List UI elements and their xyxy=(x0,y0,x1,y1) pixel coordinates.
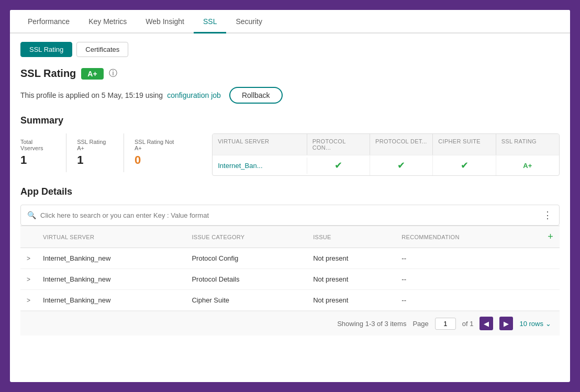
summary-stats: Total Vservers 1 SSL Rating A+ 1 SSL Rat… xyxy=(20,133,202,172)
table-row-0: > Internet_Banking_new Protocol Config N… xyxy=(20,248,560,269)
mini-th-vs: VIRTUAL SERVER xyxy=(213,134,307,155)
mini-td-cs-0: ✔ xyxy=(433,155,496,175)
next-page-button[interactable]: ▶ xyxy=(499,317,513,330)
search-icon: 🔍 xyxy=(27,211,36,219)
th-recommendation: RECOMMENDATION xyxy=(395,226,526,248)
summary-layout: Total Vservers 1 SSL Rating A+ 1 SSL Rat… xyxy=(20,133,560,176)
summary-mini-table: VIRTUAL SERVER PROTOCOL CON... PROTOCOL … xyxy=(212,133,560,176)
prev-page-button[interactable]: ◀ xyxy=(479,317,493,330)
ssl-rating-title: SSL Rating xyxy=(20,68,76,80)
expand-arrow-1[interactable]: > xyxy=(27,276,30,283)
td-ic-0: Protocol Config xyxy=(185,248,307,269)
th-add-col[interactable]: + xyxy=(526,226,560,248)
app-details-title: App Details xyxy=(20,186,560,197)
rows-label: 10 rows xyxy=(519,320,543,328)
stat-value-2: 0 xyxy=(135,153,181,167)
pagination-bar: Showing 1-3 of 3 items Page 1 of 1 ◀ ▶ 1… xyxy=(20,311,560,335)
stat-value-1: 1 xyxy=(77,153,113,167)
th-virtual-server: VIRTUAL SERVER xyxy=(37,226,185,248)
stat-ssl-not-aplus: SSL Rating Not A+ 0 xyxy=(135,133,191,172)
ssl-rating-header: SSL Rating A+ ⓘ xyxy=(20,68,560,80)
mini-table-header: VIRTUAL SERVER PROTOCOL CON... PROTOCOL … xyxy=(213,134,559,155)
check-icon-pc: ✔ xyxy=(313,160,364,171)
page-input[interactable]: 1 xyxy=(435,318,456,330)
table-row-1: > Internet_Banking_new Protocol Details … xyxy=(20,269,560,290)
td-rec-0: -- xyxy=(395,248,526,269)
tab-web-insight[interactable]: Web Insight xyxy=(136,10,194,33)
expand-arrow-0[interactable]: > xyxy=(27,255,30,262)
search-input[interactable] xyxy=(40,211,543,219)
table-header-row: VIRTUAL SERVER ISSUE CATEGORY ISSUE RECO… xyxy=(20,226,560,248)
table-row-2: > Internet_Banking_new Cipher Suite Not … xyxy=(20,290,560,311)
page-label: Page xyxy=(412,320,428,328)
sub-tabs: SSL Rating Certificates xyxy=(20,42,560,57)
th-issue-category: ISSUE CATEGORY xyxy=(185,226,307,248)
stat-value-0: 1 xyxy=(20,153,55,167)
stat-label-0: Total Vservers xyxy=(20,139,55,151)
td-rec-1: -- xyxy=(395,269,526,290)
mini-td-pd-0: ✔ xyxy=(370,155,433,175)
main-container: Performance Key Metrics Web Insight SSL … xyxy=(8,8,572,384)
td-ic-1: Protocol Details xyxy=(185,269,307,290)
stat-ssl-aplus: SSL Rating A+ 1 xyxy=(77,133,124,172)
ssl-rating-badge: A+ xyxy=(81,68,103,80)
td-issue-1: Not present xyxy=(307,269,395,290)
tab-security[interactable]: Security xyxy=(226,10,272,33)
tab-ssl[interactable]: SSL xyxy=(194,10,226,33)
data-table: VIRTUAL SERVER ISSUE CATEGORY ISSUE RECO… xyxy=(20,226,560,311)
td-vs-1: Internet_Banking_new xyxy=(37,269,185,290)
mini-th-cs: CIPHER SUITE xyxy=(433,134,496,155)
rows-selector[interactable]: 10 rows ⌄ xyxy=(519,320,551,328)
nav-tabs: Performance Key Metrics Web Insight SSL … xyxy=(10,10,570,33)
td-issue-2: Not present xyxy=(307,290,395,311)
sub-tab-ssl-rating[interactable]: SSL Rating xyxy=(20,42,72,57)
mini-td-pc-0: ✔ xyxy=(307,155,370,175)
showing-text: Showing 1-3 of 3 items xyxy=(337,320,406,328)
search-bar: 🔍 ⋮ xyxy=(20,205,560,226)
td-rec-2: -- xyxy=(395,290,526,311)
tab-key-metrics[interactable]: Key Metrics xyxy=(79,10,136,33)
mini-th-pd: PROTOCOL DET... xyxy=(370,134,433,155)
stat-label-1: SSL Rating A+ xyxy=(77,139,113,151)
td-issue-0: Not present xyxy=(307,248,395,269)
config-job-link[interactable]: configuration job xyxy=(167,91,221,99)
td-vs-0: Internet_Banking_new xyxy=(37,248,185,269)
mini-table-row-0: Internet_Ban... ✔ ✔ ✔ A+ xyxy=(213,155,559,175)
rows-chevron-icon: ⌄ xyxy=(545,320,551,328)
check-icon-cs: ✔ xyxy=(438,160,490,171)
td-ic-2: Cipher Suite xyxy=(185,290,307,311)
summary-title: Summary xyxy=(20,115,560,126)
tab-performance[interactable]: Performance xyxy=(18,10,79,33)
content-area: SSL Rating Certificates SSL Rating A+ ⓘ … xyxy=(10,33,570,344)
check-icon-pd: ✔ xyxy=(375,160,427,171)
expand-arrow-2[interactable]: > xyxy=(27,297,30,304)
th-issue: ISSUE xyxy=(307,226,395,248)
mini-td-sr-0: A+ xyxy=(496,158,559,174)
td-vs-2: Internet_Banking_new xyxy=(37,290,185,311)
stat-label-2: SSL Rating Not A+ xyxy=(135,139,181,151)
profile-row: This profile is applied on 5 May, 15:19 … xyxy=(20,87,560,104)
of-label: of 1 xyxy=(462,320,474,328)
mini-th-pc: PROTOCOL CON... xyxy=(307,134,370,155)
more-options-icon[interactable]: ⋮ xyxy=(543,209,553,221)
th-expand xyxy=(20,226,37,248)
sub-tab-certificates[interactable]: Certificates xyxy=(76,42,128,57)
info-icon[interactable]: ⓘ xyxy=(109,68,117,79)
mini-th-sr: SSL RATING xyxy=(496,134,559,155)
profile-text: This profile is applied on 5 May, 15:19 … xyxy=(20,91,163,99)
mini-td-vs-0[interactable]: Internet_Ban... xyxy=(213,158,307,174)
stat-total-vservers: Total Vservers 1 xyxy=(20,133,66,172)
rollback-button[interactable]: Rollback xyxy=(229,87,283,104)
